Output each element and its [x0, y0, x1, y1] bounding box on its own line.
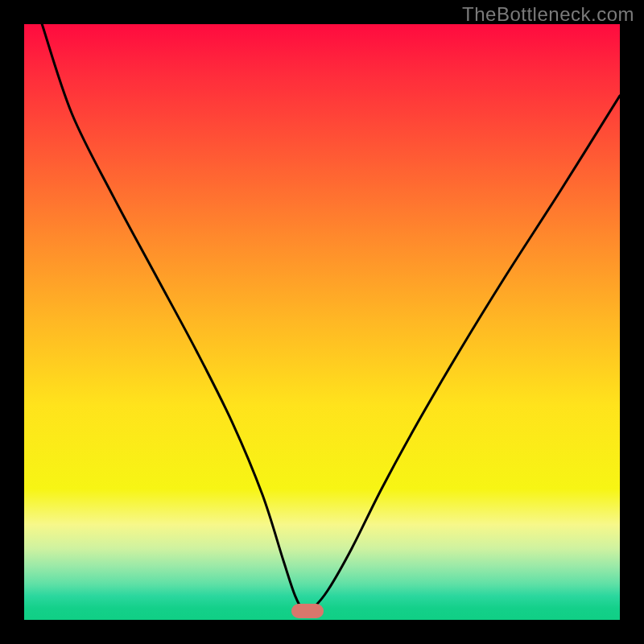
watermark-text: TheBottleneck.com: [462, 3, 634, 26]
optimum-marker: [291, 604, 324, 618]
plot-area: [24, 24, 620, 620]
chart-frame: TheBottleneck.com: [0, 0, 644, 644]
bottleneck-curve: [24, 24, 620, 620]
